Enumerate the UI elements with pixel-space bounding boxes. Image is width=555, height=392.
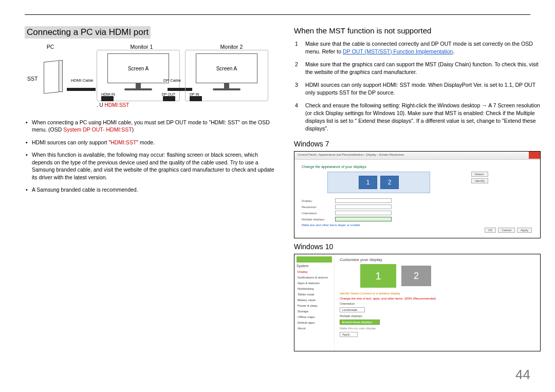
win7-ok: OK bbox=[485, 228, 496, 233]
steps-list: Make sure that the cable is connected co… bbox=[294, 40, 541, 133]
win7-mon1: 1 bbox=[359, 176, 377, 189]
heading-windows7: Windows 7 bbox=[294, 140, 541, 148]
win10-orientation-label: Orientation bbox=[340, 302, 535, 305]
win10-multiple-label: Multiple displays bbox=[340, 314, 535, 318]
win10-side-item: Power & sleep bbox=[297, 303, 332, 308]
win7-link: Make text and other items larger or smal… bbox=[302, 223, 533, 227]
win7-mon2: 2 bbox=[380, 176, 399, 189]
win10-side-item: Default apps bbox=[297, 320, 332, 325]
win10-multiple-value: Extend these displays bbox=[340, 320, 380, 325]
hdmi-cable-icon bbox=[67, 88, 96, 91]
screen-a-2: Screen A bbox=[216, 66, 237, 71]
link-dpout-impl[interactable]: DP OUT (MST/SST) Function Implementation bbox=[343, 48, 453, 54]
label-dp-out: DP OUT bbox=[162, 92, 175, 96]
win10-make-main: Make this my main display bbox=[340, 327, 535, 330]
win7-row-orientation: Orientation: bbox=[302, 212, 330, 215]
heading-windows10: Windows 10 bbox=[294, 242, 541, 251]
notes-list: When connecting a PC using HDMI cable, y… bbox=[25, 119, 276, 194]
hdmi-sst-line: . U HDMI:SST bbox=[97, 102, 129, 108]
win10-side-item: Storage bbox=[297, 309, 332, 314]
label-dp-in: DP IN bbox=[190, 92, 199, 96]
win7-monitor-preview: 1 2 bbox=[327, 172, 430, 193]
win10-identify-detect: Identify Detect Connect to a wireless di… bbox=[340, 292, 535, 295]
win10-change-size: Change the size of text, apps, and other… bbox=[340, 297, 535, 300]
win10-side-item: Notifications & actions bbox=[297, 275, 332, 280]
win10-system: System bbox=[297, 264, 332, 268]
win10-mon2: 2 bbox=[401, 266, 431, 286]
step-4: Check and ensure the following setting: … bbox=[294, 102, 541, 133]
label-pc: PC bbox=[25, 44, 76, 50]
win10-monitor-preview: 1 2 bbox=[360, 264, 535, 288]
heading-mst-not-supported: When the MST function is not supported bbox=[294, 26, 541, 35]
win10-side-item: Apps & features bbox=[297, 281, 332, 286]
monitor2-screen: Screen A bbox=[196, 53, 257, 83]
monitor2-box: Screen A DP IN bbox=[185, 50, 268, 101]
win7-header: Change the appearance of your displays bbox=[302, 165, 533, 169]
note-3: When this function is available, the fol… bbox=[25, 151, 276, 181]
port-icon bbox=[163, 96, 175, 101]
note-1: When connecting a PC using HDMI cable, y… bbox=[25, 119, 276, 134]
win10-sidebar: System Display Notifications & actions A… bbox=[294, 254, 335, 351]
heading-connecting-hdmi: Connecting a PC via HDMI port bbox=[25, 26, 151, 39]
win10-side-item: Battery saver bbox=[297, 297, 332, 303]
win7-row-multiple: Multiple displays: bbox=[302, 218, 330, 221]
win10-apply: Apply bbox=[340, 332, 358, 337]
step-1: Make sure that the cable is connected co… bbox=[294, 40, 541, 55]
win7-cancel: Cancel bbox=[498, 228, 515, 233]
step-2: Make sure that the graphics card can sup… bbox=[294, 61, 541, 76]
win10-side-item: Multitasking bbox=[297, 286, 332, 291]
win10-mon1: 1 bbox=[360, 264, 396, 288]
win10-side-item: Offline maps bbox=[297, 314, 332, 320]
step-3: HDMI sources can only support HDMI: SST … bbox=[294, 81, 541, 97]
win7-row-display: Display: bbox=[302, 199, 330, 202]
port-icon bbox=[101, 96, 114, 101]
win10-side-item: Tablet mode bbox=[297, 292, 332, 297]
screen-a-1: Screen A bbox=[128, 66, 149, 71]
pc-icon-side bbox=[59, 60, 63, 92]
win7-detect: Detect bbox=[471, 172, 488, 177]
note-2: HDMI sources can only support "HDMI:SST"… bbox=[25, 139, 276, 146]
win7-identify: Identify bbox=[471, 178, 488, 183]
win10-customize: Customize your display bbox=[340, 257, 535, 262]
label-sst: SST bbox=[27, 76, 38, 82]
win7-apply: Apply bbox=[517, 228, 532, 233]
label-hdmi-cable: HDMI Cable bbox=[71, 78, 94, 83]
screenshot-windows10: System Display Notifications & actions A… bbox=[294, 254, 541, 351]
port-icon bbox=[190, 96, 202, 101]
label-hdmi-in: HDMI IN bbox=[101, 92, 115, 96]
pc-icon bbox=[44, 60, 59, 94]
win7-breadcrumb: Control Panel › Appearance and Personali… bbox=[298, 153, 404, 156]
label-dp-cable: DP Cable bbox=[163, 78, 181, 83]
screenshot-windows7: Control Panel › Appearance and Personali… bbox=[294, 151, 541, 238]
close-icon bbox=[529, 152, 540, 159]
note-4: A Samsung branded cable is recommended. bbox=[25, 186, 276, 193]
label-monitor2: Monitor 2 bbox=[187, 44, 276, 50]
label-monitor1: Monitor 1 bbox=[97, 44, 187, 50]
connection-diagram: PC Monitor 1 Monitor 2 SST HDMI Cable Sc… bbox=[25, 44, 276, 111]
page-number: 44 bbox=[515, 367, 530, 383]
win10-side-item: About bbox=[297, 326, 332, 331]
monitor1-screen: Screen A bbox=[107, 53, 169, 83]
monitor1-box: Screen A HDMI IN DP OUT bbox=[97, 50, 180, 101]
win7-row-resolution: Resolution: bbox=[302, 206, 330, 209]
win10-side-display: Display bbox=[297, 269, 332, 274]
win10-orientation-value: Landscape bbox=[340, 307, 365, 312]
